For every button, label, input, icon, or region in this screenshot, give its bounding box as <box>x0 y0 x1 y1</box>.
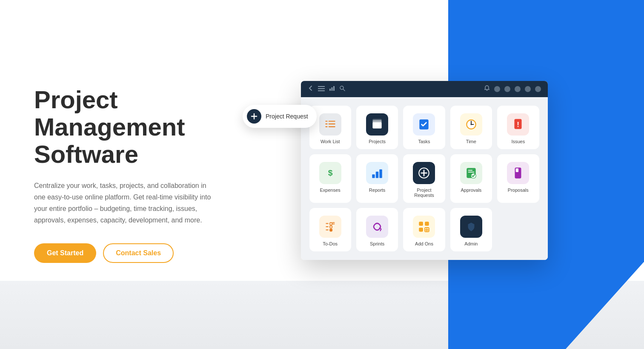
app-window: Work List Projects <box>301 81 548 260</box>
app-grid: Work List Projects <box>309 106 539 251</box>
svg-rect-5 <box>329 89 331 91</box>
popup-plus-icon <box>247 109 261 124</box>
svg-rect-7 <box>333 86 335 91</box>
hero-description: Centralize your work, tasks, projects, a… <box>34 180 217 226</box>
time-label: Time <box>466 139 476 144</box>
window-bar-left <box>308 85 345 92</box>
svg-rect-15 <box>328 126 335 127</box>
tasks-label: Tasks <box>418 139 430 144</box>
sprints-icon <box>366 216 388 238</box>
window-dot-5 <box>535 86 541 92</box>
app-item-todos[interactable]: To-Dos <box>309 208 351 251</box>
expenses-icon: $ <box>319 162 341 184</box>
svg-rect-13 <box>328 123 335 124</box>
issues-icon: ! <box>507 113 529 136</box>
window-dot-2 <box>504 86 510 92</box>
app-item-admin[interactable]: Admin <box>450 208 492 251</box>
app-grid-area: Work List Projects <box>301 97 548 260</box>
window-dot-3 <box>515 86 521 92</box>
app-item-sprints[interactable]: Sprints <box>356 208 398 251</box>
projects-label: Projects <box>369 139 386 144</box>
svg-rect-37 <box>468 171 474 172</box>
svg-rect-41 <box>516 168 518 172</box>
tasks-icon <box>413 113 435 136</box>
admin-label: Admin <box>464 241 478 246</box>
app-item-time[interactable]: Time <box>450 106 492 149</box>
svg-rect-42 <box>330 222 332 225</box>
svg-text:!: ! <box>517 121 519 129</box>
work-list-icon <box>319 113 341 136</box>
app-item-project-requests[interactable]: Project Requests <box>403 154 445 203</box>
expenses-label: Expenses <box>320 187 341 193</box>
project-requests-label: Project Requests <box>407 187 441 198</box>
search-icon[interactable] <box>339 85 345 92</box>
app-item-addons[interactable]: Add Ons <box>403 208 445 251</box>
project-request-popup[interactable]: Project Request <box>243 105 317 128</box>
window-title-bar <box>301 81 548 97</box>
bell-icon <box>484 85 490 93</box>
admin-icon <box>460 216 482 238</box>
svg-rect-14 <box>325 126 327 127</box>
addons-label: Add Ons <box>415 241 433 246</box>
reports-label: Reports <box>369 187 386 193</box>
svg-rect-30 <box>376 171 378 178</box>
svg-rect-10 <box>325 121 327 121</box>
issues-label: Issues <box>511 139 525 144</box>
proposals-label: Proposals <box>508 187 529 193</box>
svg-point-24 <box>470 124 472 125</box>
hero-section: ProjectManagementSoftware Centralize you… <box>34 86 255 262</box>
svg-rect-18 <box>372 119 381 121</box>
project-requests-icon <box>413 162 435 184</box>
todos-label: To-Dos <box>323 241 338 246</box>
svg-rect-46 <box>425 222 429 226</box>
back-icon[interactable] <box>308 85 314 92</box>
svg-rect-43 <box>330 225 332 228</box>
app-item-expenses[interactable]: $ Expenses <box>309 154 351 203</box>
time-icon <box>460 113 482 136</box>
chart-icon[interactable] <box>329 85 335 92</box>
svg-rect-36 <box>468 170 472 170</box>
approvals-label: Approvals <box>461 187 481 193</box>
proposals-icon <box>507 162 529 184</box>
hero-title: ProjectManagementSoftware <box>34 86 238 167</box>
app-item-projects[interactable]: Projects <box>356 106 398 149</box>
svg-rect-45 <box>419 222 424 226</box>
svg-text:$: $ <box>328 168 332 177</box>
app-item-proposals[interactable]: Proposals <box>497 154 539 203</box>
app-item-reports[interactable]: Reports <box>356 154 398 203</box>
projects-icon <box>366 113 388 136</box>
app-item-approvals[interactable]: Approvals <box>450 154 492 203</box>
svg-rect-6 <box>331 87 332 91</box>
approvals-icon <box>460 162 482 184</box>
menu-icon[interactable] <box>318 86 325 92</box>
get-started-button[interactable]: Get Started <box>34 243 96 263</box>
svg-rect-44 <box>330 229 332 231</box>
work-list-label: Work List <box>321 139 340 144</box>
window-bar-right <box>484 85 541 93</box>
cta-buttons: Get Started Contact Sales <box>34 243 238 263</box>
addons-icon <box>413 216 435 238</box>
todos-icon <box>319 216 341 238</box>
svg-rect-12 <box>325 123 327 124</box>
window-dot-4 <box>525 86 531 92</box>
contact-sales-button[interactable]: Contact Sales <box>103 243 174 263</box>
popup-label: Project Request <box>266 113 308 120</box>
sprints-label: Sprints <box>370 241 384 246</box>
svg-line-9 <box>343 89 345 91</box>
reports-icon <box>366 162 388 184</box>
svg-rect-31 <box>379 169 382 178</box>
svg-rect-29 <box>372 174 375 178</box>
svg-rect-16 <box>372 122 381 128</box>
window-dot-1 <box>494 86 500 92</box>
svg-rect-47 <box>419 228 424 232</box>
app-screenshot-section: Project Request <box>255 89 610 260</box>
app-item-issues[interactable]: ! Issues <box>497 106 539 149</box>
svg-rect-11 <box>328 121 335 121</box>
app-item-tasks[interactable]: Tasks <box>403 106 445 149</box>
